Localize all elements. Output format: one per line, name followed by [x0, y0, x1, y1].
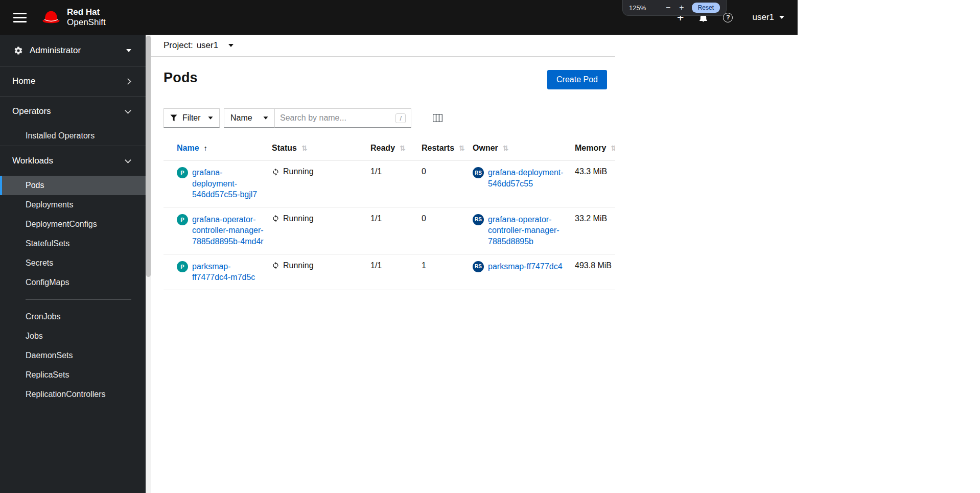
pod-link[interactable]: parksmap-ff7477dc4-m7d5c — [192, 261, 267, 283]
sidebar-item-workloads[interactable]: Workloads — [0, 146, 146, 176]
sidebar-item-cronjobs[interactable]: CronJobs — [0, 307, 146, 326]
zoom-in-button[interactable]: + — [678, 4, 685, 12]
sidebar-item-daemonsets[interactable]: DaemonSets — [0, 346, 146, 365]
status-text: Running — [283, 167, 314, 176]
ready-value: 1/1 — [370, 167, 382, 176]
columns-icon — [433, 114, 442, 122]
sync-running-icon — [272, 168, 279, 176]
zoom-out-button[interactable]: − — [665, 4, 671, 12]
pod-link[interactable]: grafana-deployment-546dd57c55-bgjl7 — [192, 167, 267, 200]
user-menu[interactable]: user1 — [752, 12, 784, 22]
perspective-switcher[interactable]: Administrator — [0, 35, 146, 66]
column-header-status[interactable]: Status⇅ — [272, 139, 370, 160]
sidebar-item-configmaps[interactable]: ConfigMaps — [0, 273, 146, 292]
create-pod-button[interactable]: Create Pod — [547, 70, 607, 89]
browser-viewport: Red Hat OpenShift + ? user1 — [0, 0, 798, 493]
nav-toggle-button[interactable] — [13, 13, 27, 22]
sidebar-item-pods[interactable]: Pods — [0, 176, 146, 195]
memory-value: 33.2 MiB — [575, 214, 607, 223]
column-header-memory[interactable]: Memory⇅ — [575, 139, 615, 160]
sidebar-nav: Administrator Home Operators Installed O… — [0, 35, 146, 493]
column-header-restarts[interactable]: Restarts⇅ — [422, 139, 473, 160]
pod-badge: P — [177, 214, 188, 225]
scrollbar-thumb[interactable] — [146, 36, 151, 277]
search-shortcut-hint: / — [395, 113, 406, 123]
browser-zoom-bubble: 125% − + Reset — [622, 0, 727, 16]
ready-value: 1/1 — [370, 261, 382, 270]
sidebar-item-secrets[interactable]: Secrets — [0, 253, 146, 273]
sidebar-scrollbar[interactable] — [146, 35, 151, 493]
sort-icon: ⇅ — [459, 144, 465, 152]
brand-logo[interactable]: Red Hat OpenShift — [40, 7, 106, 27]
status-text: Running — [283, 261, 314, 270]
perspective-label: Administrator — [30, 45, 81, 56]
owner-link[interactable]: parksmap-ff7477dc4 — [488, 261, 563, 272]
brand-line2: OpenShift — [67, 17, 106, 28]
replicaset-badge: RS — [473, 167, 484, 178]
sidebar-item-replicasets[interactable]: ReplicaSets — [0, 365, 146, 385]
table-row: P grafana-operator-controller-manager-78… — [164, 207, 615, 254]
table-row: P grafana-deployment-546dd57c55-bgjl7 Ru… — [164, 160, 615, 207]
ready-value: 1/1 — [370, 214, 382, 223]
search-attribute-dropdown[interactable]: Name — [224, 108, 275, 128]
owner-link[interactable]: grafana-deployment-546dd57c55 — [488, 167, 570, 189]
sort-icon: ⇅ — [400, 144, 406, 152]
column-management-button[interactable] — [431, 112, 445, 124]
column-header-owner[interactable]: Owner⇅ — [473, 139, 575, 160]
list-toolbar: Filter Name / — [164, 108, 615, 128]
page-title: Pods — [164, 70, 198, 86]
sort-icon: ⇅ — [503, 144, 509, 152]
pod-link[interactable]: grafana-operator-controller-manager-7885… — [192, 214, 267, 247]
caret-down-icon — [126, 49, 131, 52]
caret-down-icon — [228, 44, 234, 47]
filter-dropdown[interactable]: Filter — [164, 108, 220, 128]
pods-table: Name↑ Status⇅ Ready⇅ Restarts⇅ Owner⇅ — [164, 139, 615, 290]
screen: Red Hat OpenShift + ? user1 — [0, 0, 980, 493]
sidebar-item-deploymentconfigs[interactable]: DeploymentConfigs — [0, 215, 146, 234]
column-header-name[interactable]: Name↑ — [164, 139, 272, 160]
sidebar-item-jobs[interactable]: Jobs — [0, 326, 146, 346]
sort-icon: ⇅ — [301, 144, 308, 152]
search-box: / — [274, 108, 411, 128]
sort-icon: ⇅ — [611, 144, 615, 152]
chevron-down-icon — [125, 157, 131, 163]
main-content: Project: user1 Pods Create Pod Filter — [151, 35, 615, 493]
brand-line1: Red Hat — [67, 7, 106, 17]
search-input[interactable] — [280, 113, 392, 123]
caret-down-icon — [779, 16, 784, 19]
memory-value: 493.8 MiB — [575, 261, 612, 270]
owner-link[interactable]: grafana-operator-controller-manager-7885… — [488, 214, 570, 247]
sidebar-item-deployments[interactable]: Deployments — [0, 195, 146, 215]
memory-value: 43.3 MiB — [575, 167, 607, 176]
sidebar-item-statefulsets[interactable]: StatefulSets — [0, 234, 146, 253]
restarts-value: 0 — [422, 214, 426, 223]
sidebar-item-home[interactable]: Home — [0, 66, 146, 96]
sidebar-item-replicationcontrollers[interactable]: ReplicationControllers — [0, 385, 146, 404]
hamburger-icon — [13, 13, 27, 14]
sync-running-icon — [272, 215, 279, 222]
nav-list-divider — [26, 299, 131, 300]
zoom-reset-button[interactable]: Reset — [692, 3, 720, 13]
status-text: Running — [283, 214, 314, 223]
sidebar-item-installed-operators[interactable]: Installed Operators — [0, 126, 146, 146]
caret-down-icon — [264, 116, 268, 119]
user-label: user1 — [752, 12, 774, 22]
filter-icon — [170, 114, 177, 122]
chevron-right-icon — [125, 78, 131, 85]
project-label: Project: — [164, 40, 193, 51]
restarts-value: 1 — [422, 261, 426, 270]
sort-ascending-icon: ↑ — [204, 144, 208, 152]
zoom-level-label: 125% — [629, 4, 646, 12]
table-header-row: Name↑ Status⇅ Ready⇅ Restarts⇅ Owner⇅ — [164, 139, 615, 160]
project-bar: Project: user1 — [151, 35, 615, 57]
replicaset-badge: RS — [473, 214, 484, 225]
sidebar-item-operators[interactable]: Operators — [0, 97, 146, 126]
column-header-ready[interactable]: Ready⇅ — [370, 139, 422, 160]
restarts-value: 0 — [422, 167, 426, 176]
project-selector[interactable]: Project: user1 — [164, 40, 234, 51]
replicaset-badge: RS — [473, 261, 484, 272]
pod-badge: P — [177, 261, 188, 272]
project-value: user1 — [197, 40, 219, 51]
pod-badge: P — [177, 167, 188, 178]
table-row: P parksmap-ff7477dc4-m7d5c Running 1/1 1… — [164, 254, 615, 290]
